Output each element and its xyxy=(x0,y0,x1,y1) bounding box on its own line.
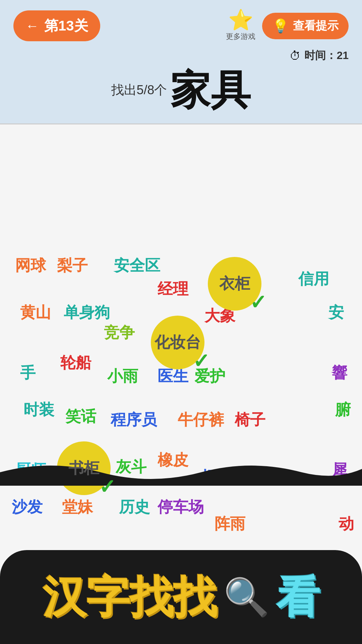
word-chenyu[interactable]: 阵雨 xyxy=(215,514,245,534)
star-icon: ⭐ xyxy=(228,10,253,30)
word-jingzheng[interactable]: 竞争 xyxy=(104,322,135,343)
main-title: 家具 xyxy=(170,70,251,110)
check-mark-shugui: ✓ xyxy=(99,475,116,498)
game-area: 网球梨子安全区信用经理黄山单身狗竞争大象安轮船手小雨医生爱护響时装笑话程序员牛仔… xyxy=(0,123,362,576)
word-huangshan[interactable]: 黄山 xyxy=(20,302,51,323)
check-mark-huazhuangtai: ✓ xyxy=(193,349,209,373)
banner-chinese-text: 汉字找找 xyxy=(43,575,217,619)
title-area: 找出5/8个 家具 xyxy=(13,70,349,110)
word-an2[interactable]: 安 xyxy=(328,302,344,323)
word-yizi[interactable]: 椅子 xyxy=(235,410,265,430)
word-tingchechang[interactable]: 停车场 xyxy=(158,497,204,518)
word-wangqiu[interactable]: 网球 xyxy=(15,255,46,276)
back-arrow-icon: ← xyxy=(25,18,39,34)
header-right: ⭐ 更多游戏 💡 查看提示 xyxy=(226,10,349,42)
check-mark-yigui: ✓ xyxy=(250,290,266,314)
header: ← 第13关 ⭐ 更多游戏 💡 查看提示 ⏱ 时间：21 找出5/8个 家具 xyxy=(0,0,362,123)
word-tangmei[interactable]: 堂妹 xyxy=(62,497,93,518)
word-shafa[interactable]: 沙发 xyxy=(12,497,43,518)
header-top: ← 第13关 ⭐ 更多游戏 💡 查看提示 xyxy=(13,10,349,42)
word-shou[interactable]: 手 xyxy=(20,363,36,383)
timer-label: 时间：21 xyxy=(304,48,349,63)
word-anquanqu[interactable]: 安全区 xyxy=(114,255,160,276)
word-shizhuang[interactable]: 时装 xyxy=(23,399,54,420)
word-xiang2[interactable]: 響 xyxy=(332,363,347,383)
more-games-section[interactable]: ⭐ 更多游戏 xyxy=(226,10,255,42)
more-games-label: 更多游戏 xyxy=(226,32,255,42)
word-chengxuyuan[interactable]: 程序员 xyxy=(111,410,157,430)
timer-icon: ⏱ xyxy=(290,49,301,62)
level-label: 第13关 xyxy=(44,16,88,35)
word-lizi[interactable]: 梨子 xyxy=(57,255,88,276)
bubble-text-shugui: 书柜 xyxy=(68,458,99,479)
magnifier-icon: 🔍 xyxy=(224,576,269,619)
back-button[interactable]: ← 第13关 xyxy=(13,10,100,41)
banner-look-text: 看 xyxy=(276,575,320,619)
find-count-text: 找出5/8个 xyxy=(111,82,167,99)
word-xiaoyu[interactable]: 小雨 xyxy=(107,366,138,387)
hint-icon: 💡 xyxy=(272,18,289,34)
bubble-yigui[interactable]: 衣柜✓ xyxy=(208,257,261,311)
word-danshenggou[interactable]: 单身狗 xyxy=(64,302,110,323)
word-xingyong[interactable]: 信用 xyxy=(298,269,329,289)
timer-row: ⏱ 时间：21 xyxy=(13,48,349,63)
bottom-banner: 汉字找找 🔍 看 xyxy=(0,550,362,644)
hint-button[interactable]: 💡 查看提示 xyxy=(262,13,349,39)
hint-label: 查看提示 xyxy=(293,18,339,34)
bubble-huazhuangtai[interactable]: 化妆台✓ xyxy=(151,316,204,369)
word-lunchuan[interactable]: 轮船 xyxy=(60,353,91,373)
word-jingliword[interactable]: 经理 xyxy=(158,279,188,300)
word-xiaohua[interactable]: 笑话 xyxy=(65,406,96,427)
word-dong[interactable]: 动 xyxy=(339,514,354,534)
word-lishi[interactable]: 历史 xyxy=(119,497,150,518)
bubble-text-yigui: 衣柜 xyxy=(219,273,250,294)
word-fu[interactable]: 腑 xyxy=(335,399,351,420)
word-niuziku[interactable]: 牛仔裤 xyxy=(178,410,224,430)
